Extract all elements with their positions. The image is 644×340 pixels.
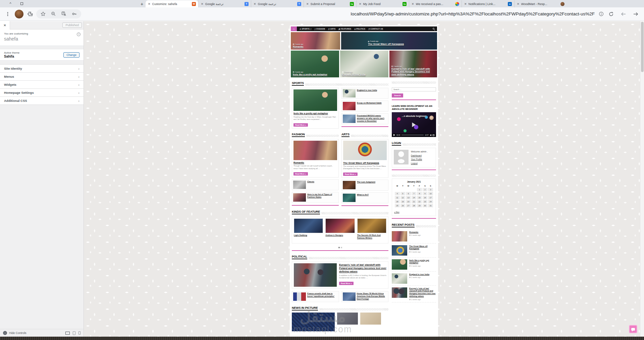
article-image[interactable] [343,141,387,160]
desktop-preview-icon[interactable] [65,332,70,335]
close-icon[interactable]: ✕ [306,2,309,6]
extensions-puzzle-icon[interactable] [28,11,33,17]
list-thumb[interactable] [343,89,356,97]
article-image[interactable] [293,141,337,160]
list-title[interactable]: Home Share 78 World Africa Americas Asia… [357,292,387,300]
recent-post-item[interactable]: feels like a pretty apt metaphor 2 weeks… [392,258,436,272]
search-button[interactable]: Search [392,93,403,97]
password-key-icon[interactable] [72,11,77,16]
help-icon[interactable]: ? [77,32,80,36]
featured-tile-romantic[interactable]: 2 weeks ago Romantic [291,32,340,50]
recent-post-thumb[interactable] [392,287,407,298]
list-title[interactable]: Here is my list of Types of Fashion Styl… [307,193,337,199]
close-icon[interactable]: ✕ [464,2,467,6]
tablet-preview-icon[interactable] [73,331,75,335]
back-arrow-icon[interactable] [621,11,626,17]
fullscreen-icon[interactable] [433,134,434,136]
play-icon[interactable] [393,134,395,136]
list-thumb[interactable] [343,194,356,202]
tab-woodmart[interactable]: ✕ WoodMart - Resp... [514,0,567,7]
featured-tile-cricket[interactable]: 2 weeks ago England to tour India [340,51,388,77]
read-more-button[interactable]: Read More » [293,172,308,176]
search-icon[interactable] [432,27,435,30]
list-item[interactable]: Essay on Mohamed Salah [341,100,388,112]
recent-post-title[interactable]: England to tour India [409,273,429,276]
nav-item-contact-us[interactable]: ✉Contact Us [368,28,383,30]
post-title[interactable]: The Great Wave off Kanagawa [368,43,404,46]
article-image[interactable] [293,89,337,111]
tab-job-feed[interactable]: ✕ My Job Feed Up [356,0,409,7]
article-image[interactable] [294,263,337,287]
feature-title[interactable]: The Secrets Of Rich And Famous Writers [357,234,386,240]
recent-post-thumb[interactable] [392,245,407,256]
list-item[interactable]: What is Art? [341,192,388,203]
reload-icon[interactable] [608,11,614,17]
tab-submit-proposal[interactable]: ✕ Submit a Proposal Up [304,0,356,7]
scrollbar-track[interactable] [640,21,644,337]
list-thumb[interactable] [343,181,356,189]
collapse-sidebar-icon[interactable]: ‹ [3,331,7,335]
list-title[interactable]: Frustrated MHSAA wants answers on why sp… [357,115,387,122]
close-icon[interactable]: ✕ [254,2,256,6]
post-title[interactable]: England to tour India [342,73,366,76]
close-icon[interactable]: ✕ [412,2,414,6]
recent-post-thumb[interactable] [392,273,407,284]
featured-tile-great-wave[interactable]: 3 weeks ago The Great Wave off Kanagawa [341,32,437,50]
feature-image[interactable] [325,218,355,233]
chat-floating-button[interactable] [629,325,637,333]
list-thumb[interactable] [343,292,356,301]
profile-avatar[interactable] [15,10,23,18]
tab-mail[interactable]: ✕ We received a pas... [409,0,462,7]
feature-card[interactable]: Andrea Li Designs [325,218,355,240]
recent-post-title[interactable]: The Great Wave off Kanagawa [409,245,436,251]
feature-image[interactable] [294,218,323,233]
url-text[interactable]: localhost/WPday5/wp-admin/customize.php?… [351,11,595,16]
close-icon[interactable]: ✕ [148,2,151,6]
chevron-up-icon[interactable]: ^ [7,1,13,7]
nav-item-sports[interactable]: ⊛Sports▾ [300,28,311,30]
recent-post-item[interactable]: Romantic 2 weeks ago [392,229,436,244]
feature-card[interactable]: Light Stalking [294,218,323,240]
article-title[interactable]: Europe's 'rule of law' standoff with Pol… [339,263,386,273]
published-button[interactable]: Published [62,22,82,28]
list-thumb[interactable] [293,193,306,202]
list-item[interactable]: Classic [292,179,339,190]
previous-month-link[interactable]: « Dec [394,211,399,213]
logout-link[interactable]: Logout [411,161,428,165]
post-title[interactable]: feels like a pretty apt metaphor [293,73,327,76]
close-icon[interactable]: ✕ [359,2,362,6]
list-item[interactable]: Here is my list of Types of Fashion Styl… [292,192,339,203]
featured-tile-europe[interactable]: 2 weeks ago Europe's 'rule of law' stand… [389,51,437,77]
list-item[interactable]: France unveils draft law to boost 'repub… [292,291,339,302]
mobile-preview-icon[interactable] [78,331,80,335]
search-input[interactable] [392,87,436,91]
restore-window-icon[interactable] [19,1,25,7]
list-thumb[interactable] [343,102,356,110]
list-item[interactable]: Frustrated MHSAA wants answers on why sp… [341,113,388,124]
tab-google-translate-2[interactable]: ✕ Google ترجمة T [251,0,304,7]
close-icon[interactable]: ✕ [517,2,520,6]
menu-item-additional-css[interactable]: Additional CSS › [0,97,84,105]
list-title[interactable]: England to tour India [357,89,377,92]
recent-post-thumb[interactable] [392,259,407,270]
article-title[interactable]: feels like a pretty apt metaphor [293,112,337,115]
list-thumb[interactable] [293,181,306,189]
page-info-icon[interactable] [599,11,604,16]
list-item[interactable]: Home Share 78 World Africa Americas Asia… [341,291,389,302]
dashboard-link[interactable]: Dashboard [411,154,428,158]
tab-google-translate-1[interactable]: ✕ Google ترجمة T [198,0,251,7]
bookmark-star-icon[interactable] [41,11,46,16]
list-title[interactable]: Essay on Mohamed Salah [357,102,382,105]
list-title[interactable]: What is Art? [357,194,369,196]
featured-tile-tennis[interactable]: 2 weeks ago feels like a pretty apt meta… [291,51,339,77]
nav-item-fashion[interactable]: ✦Fashion [314,28,325,30]
news-image[interactable] [292,313,335,331]
recent-post-thumb[interactable] [392,231,407,242]
change-theme-button[interactable]: Change [63,52,79,58]
list-title[interactable]: France unveils draft law to boost 'repub… [307,292,338,298]
close-icon[interactable]: ✕ [201,2,204,6]
post-title[interactable]: Europe's 'rule of law' standoff with Pol… [391,68,435,76]
nav-item-arts[interactable]: ✿Arts [328,28,335,30]
play-overlay-icon[interactable] [412,122,416,127]
article-title[interactable]: The Great Wave off Kanagawa [343,161,387,164]
